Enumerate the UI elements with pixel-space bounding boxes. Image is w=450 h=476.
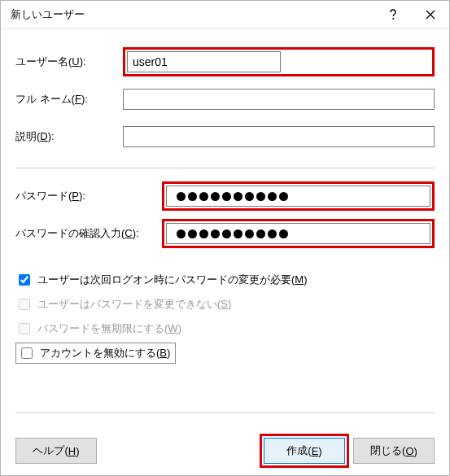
never-expires-checkbox-row: パスワードを無期限にする(W)	[15, 317, 435, 341]
button-bar: ヘルプ(H) 作成(E) 閉じる(O)	[15, 413, 435, 464]
cannot-change-checkbox	[19, 299, 30, 310]
username-highlight	[123, 47, 435, 76]
never-expires-checkbox	[19, 323, 30, 334]
close-icon[interactable]	[412, 1, 449, 28]
new-user-dialog: 新しいユーザー ユーザー名(U): フル ネ	[0, 0, 450, 476]
help-button[interactable]: ヘルプ(H)	[15, 438, 97, 464]
title-bar: 新しいユーザー	[1, 1, 449, 29]
help-icon[interactable]	[374, 1, 412, 28]
confirm-input[interactable]	[166, 223, 430, 244]
disable-account-label: アカウントを無効にする(B)	[40, 346, 170, 360]
disable-account-checkbox[interactable]	[21, 347, 33, 359]
username-label: ユーザー名(U):	[15, 55, 123, 69]
fullname-label: フル ネーム(F):	[15, 92, 123, 107]
close-button[interactable]: 閉じる(O)	[353, 438, 435, 464]
cannot-change-checkbox-row: ユーザーはパスワードを変更できない(S)	[15, 292, 435, 317]
confirm-label: パスワードの確認入力(C):	[15, 226, 162, 241]
dialog-body: ユーザー名(U): フル ネーム(F): 説明(D): パスワード(P):	[1, 29, 449, 475]
never-expires-label: パスワードを無期限にする(W)	[37, 321, 181, 336]
password-highlight	[162, 181, 435, 211]
separator	[15, 168, 435, 168]
description-row: 説明(D):	[15, 120, 435, 153]
confirm-row: パスワードの確認入力(C):	[15, 217, 435, 250]
confirm-dots	[172, 229, 288, 238]
password-row: パスワード(P):	[15, 180, 435, 212]
password-input[interactable]	[166, 186, 430, 207]
fullname-row: フル ネーム(F):	[15, 83, 435, 116]
username-input[interactable]	[127, 51, 281, 72]
svg-point-0	[392, 18, 394, 20]
window-title: 新しいユーザー	[11, 7, 374, 22]
must-change-label: ユーザーは次回ログオン時にパスワードの変更が必要(M)	[37, 273, 308, 287]
confirm-highlight	[162, 219, 435, 248]
username-row: ユーザー名(U):	[15, 46, 435, 78]
create-button[interactable]: 作成(E)	[264, 438, 345, 464]
password-label: パスワード(P):	[15, 189, 162, 203]
fullname-input[interactable]	[123, 89, 435, 110]
disable-account-checkbox-row: アカウントを無効にする(B)	[15, 341, 435, 365]
must-change-checkbox[interactable]	[19, 274, 30, 286]
description-input[interactable]	[123, 126, 435, 147]
description-label: 説明(D):	[15, 129, 123, 144]
cannot-change-label: ユーザーはパスワードを変更できない(S)	[37, 297, 231, 312]
must-change-checkbox-row: ユーザーは次回ログオン時にパスワードの変更が必要(M)	[15, 268, 435, 292]
password-dots	[172, 192, 288, 201]
